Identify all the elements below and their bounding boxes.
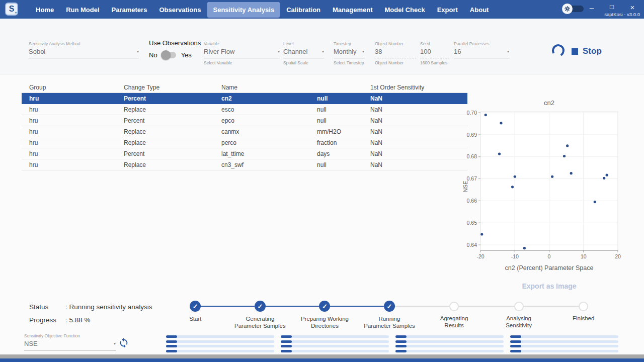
svg-text:0.68: 0.68 <box>467 153 477 159</box>
tab-export[interactable]: Export <box>432 2 463 18</box>
parameter-table: Group Change Type Name 1st Order Sensiti… <box>22 82 467 170</box>
table-row[interactable]: hru Replace cn3_swf null NaN <box>22 159 467 170</box>
cell-change-type: Percent <box>124 95 221 102</box>
use-observations-switch[interactable] <box>163 52 176 58</box>
tab-run-model[interactable]: Run Model <box>60 2 105 18</box>
progress-value: : 5.88 % <box>65 316 152 324</box>
window-bottom-border <box>0 354 644 358</box>
chevron-down-icon: ▾ <box>137 49 139 54</box>
chart-x-axis-label: cn2 (Percent) Parameter Space <box>460 264 631 272</box>
tab-about[interactable]: About <box>464 2 495 18</box>
cell-unit: days <box>317 150 370 157</box>
cell-sensitivity: NaN <box>370 128 467 135</box>
cell-sensitivity: NaN <box>370 117 467 124</box>
svg-text:0.65: 0.65 <box>467 220 477 226</box>
cell-unit: null <box>317 95 370 102</box>
chevron-down-icon: ▾ <box>278 49 280 54</box>
objective-function-select[interactable]: Sensitivity Objective Function NSE ▾ <box>24 333 116 350</box>
check-icon: ✓ <box>255 301 266 312</box>
tab-home[interactable]: Home <box>30 2 59 18</box>
table-row[interactable]: hru Percent epco null NaN <box>22 115 467 126</box>
svg-text:20: 20 <box>615 253 621 259</box>
stop-button[interactable]: Stop <box>572 46 602 56</box>
step-agregating-results: Agregating Results <box>422 301 487 329</box>
timestep-label: Timestep <box>334 41 365 46</box>
process-progress-group <box>166 335 618 352</box>
cell-name: lat_ttime <box>221 150 317 157</box>
variable-select[interactable]: Variable River Flow ▾ Select Variable <box>204 41 280 65</box>
minimize-button[interactable]: – <box>586 3 597 12</box>
use-observations-label: Use Observations <box>149 39 201 47</box>
cell-name: esco <box>221 106 317 113</box>
titlebar: S + Home Run Model Parameters Observatio… <box>0 0 644 19</box>
use-observations-group: Use Observations No Yes <box>149 39 201 59</box>
tab-management[interactable]: Management <box>327 2 378 18</box>
svg-text:0.64: 0.64 <box>467 242 477 248</box>
tab-parameters[interactable]: Parameters <box>106 2 153 18</box>
table-row[interactable]: hru Replace esco null NaN <box>22 104 467 115</box>
cell-change-type: Replace <box>124 128 221 135</box>
export-as-image-button[interactable]: Export as Image <box>460 282 631 290</box>
cell-name: epco <box>221 117 317 124</box>
timestep-select[interactable]: Timestep Monthly ▾ Select Timestep <box>334 41 365 65</box>
step-preparing-working-directories: ✓ Preparing Working Directories <box>292 301 357 329</box>
table-row[interactable]: hru Percent cn2 null NaN <box>22 93 467 104</box>
table-body: hru Percent cn2 null NaN hru Replace esc… <box>22 93 467 170</box>
tab-sensitivity-analysis[interactable]: Sensitivity Analysis <box>207 2 280 18</box>
variable-label: Variable <box>204 41 280 46</box>
table-row[interactable]: hru Replace perco fraction NaN <box>22 137 467 148</box>
tab-observations[interactable]: Observations <box>153 2 206 18</box>
svg-text:0.69: 0.69 <box>467 132 477 138</box>
tab-model-check[interactable]: Model Check <box>379 2 431 18</box>
step-generating-parameter-samples: ✓ Generating Parameter Samples <box>228 301 293 329</box>
tab-calibration[interactable]: Calibration <box>281 2 326 18</box>
process-progress-bar <box>510 350 618 352</box>
refresh-button[interactable] <box>118 337 129 348</box>
cell-name: perco <box>221 139 317 146</box>
cell-unit: null <box>317 106 370 113</box>
cell-group: hru <box>29 95 124 102</box>
header-change-type: Change Type <box>124 84 221 91</box>
sensitivity-scatter-chart: cn2 0.640.650.660.670.680.690.70-20-1001… <box>460 99 631 290</box>
gear-icon <box>562 4 573 14</box>
app-version: saptKosi - v3.0.0 <box>604 12 640 17</box>
level-select[interactable]: Level Channel ▾ Spatial Scale <box>283 41 325 65</box>
process-progress-bar <box>281 340 389 343</box>
cell-group: hru <box>29 117 124 124</box>
parallel-processes-label: Parallel Processes <box>454 41 510 46</box>
chevron-down-icon: ▾ <box>362 49 364 54</box>
svg-text:0.66: 0.66 <box>467 198 477 204</box>
status-block: Status : Running sensitivity analysis Pr… <box>29 303 152 329</box>
chevron-down-icon: ▾ <box>322 49 324 54</box>
method-select[interactable]: Sensitivity Analysis Method Sobol ▾ <box>29 41 139 58</box>
object-number-input[interactable]: Object Number 38 Object Number <box>375 41 416 65</box>
cell-change-type: Percent <box>124 117 221 124</box>
table-row[interactable]: hru Replace canmx mm/H2O NaN <box>22 126 467 137</box>
maximize-button[interactable]: □ <box>606 3 617 11</box>
process-progress-bar <box>281 350 389 352</box>
toggle-yes-label: Yes <box>181 51 192 59</box>
process-progress-bar <box>281 335 389 338</box>
table-row[interactable]: hru Percent lat_ttime days NaN <box>22 148 467 159</box>
taskbar-strip <box>0 358 644 362</box>
process-progress-bar <box>166 350 274 352</box>
app-window: S + Home Run Model Parameters Observatio… <box>0 0 644 362</box>
header-1st-order-sensitivity: 1st Order Sensitivity <box>370 84 467 91</box>
method-label: Sensitivity Analysis Method <box>29 41 139 46</box>
cell-name: canmx <box>221 128 317 135</box>
switch-knob <box>161 50 171 60</box>
header-name: Name <box>221 84 317 91</box>
cell-unit: null <box>317 117 370 124</box>
toggle-no-label: No <box>149 51 157 59</box>
object-number-label: Object Number <box>375 41 416 46</box>
settings-toggle[interactable] <box>562 4 584 14</box>
pending-circle-icon <box>449 302 459 311</box>
close-button[interactable]: × <box>627 3 638 12</box>
parallel-processes-select[interactable]: Parallel Processes 16 ▾ <box>454 41 510 58</box>
seed-label: Seed <box>420 41 449 46</box>
cell-sensitivity: NaN <box>370 161 467 168</box>
main-nav: Home Run Model Parameters Observations S… <box>30 2 494 18</box>
chevron-down-icon: ▾ <box>114 341 116 346</box>
seed-input[interactable]: Seed 100 1600 Samples <box>420 41 449 65</box>
cell-sensitivity: NaN <box>370 139 467 146</box>
